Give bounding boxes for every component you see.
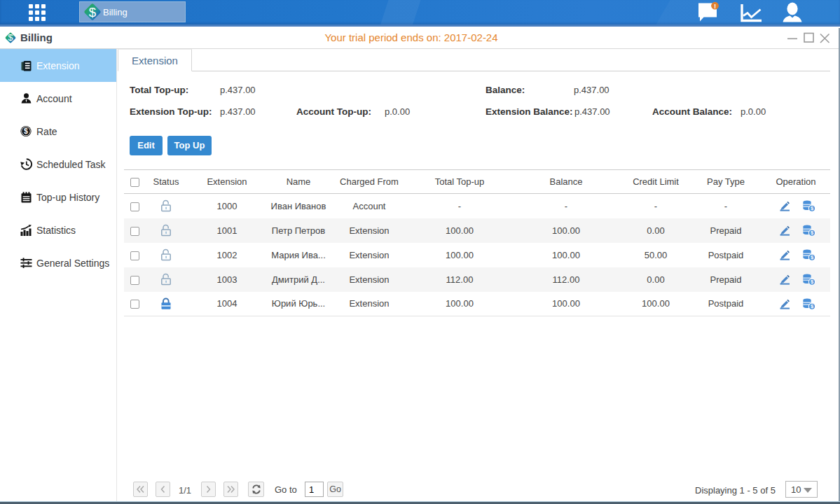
svg-text:!: !	[714, 2, 716, 10]
svg-text:$: $	[24, 127, 28, 135]
svg-text:$: $	[89, 5, 97, 20]
